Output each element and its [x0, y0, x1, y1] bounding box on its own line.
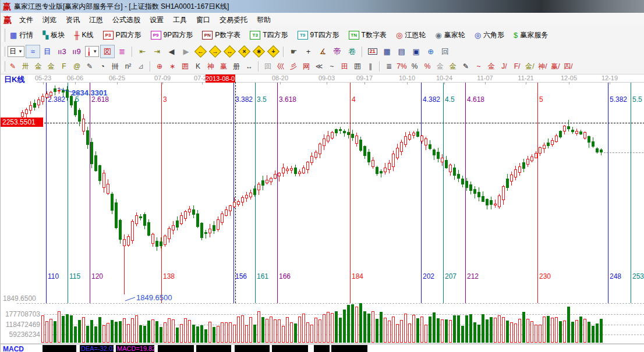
gann-fib-line[interactable] [421, 83, 422, 303]
shift-left-icon[interactable]: ← [194, 45, 207, 58]
tb1-p-square-button[interactable]: P3P四方形 [100, 29, 145, 41]
f-angle-tool[interactable]: F/ [511, 61, 523, 72]
gann-fib-line[interactable] [161, 83, 162, 303]
tb1-quotes-button[interactable]: ▦行情 [6, 29, 37, 41]
prev-bar-icon[interactable]: ◀ [165, 45, 178, 58]
tb1-p-number-table-button[interactable]: PNP数字表 [199, 29, 244, 41]
f-grid-tool[interactable]: F [58, 61, 70, 72]
calendar-icon[interactable]: 21 [366, 45, 379, 58]
spiral-tool[interactable]: @ [70, 61, 83, 72]
pen-tool[interactable]: ✎ [459, 61, 472, 72]
rays-tool[interactable]: 巛 [274, 61, 287, 72]
next-bar-icon[interactable]: ▶ [179, 45, 193, 58]
tb1-sectors-button[interactable]: ▚板块 [39, 29, 68, 41]
bars-3-icon[interactable]: ıı3 [55, 45, 69, 58]
cross-lines-icon[interactable]: + [267, 45, 280, 58]
volume-profile-icon[interactable]: ≣ [115, 45, 129, 58]
red-wave-tool[interactable]: ~ [472, 61, 485, 72]
percent-tool[interactable]: % [408, 61, 421, 72]
web-update-icon[interactable]: ⊕ [424, 45, 437, 58]
star-tool-icon[interactable]: ∗ [252, 45, 266, 58]
menu-help[interactable]: 帮助 [252, 14, 275, 26]
star-web-tool[interactable]: ∗ [166, 61, 179, 72]
gann-fib-line[interactable] [608, 83, 608, 303]
web-grid-tool[interactable]: 囲 [179, 61, 192, 72]
hand-tool-icon[interactable]: ☛ [287, 45, 300, 58]
gann-fib-line[interactable] [465, 83, 466, 303]
gann-fib-line[interactable] [443, 83, 444, 303]
zoom-horizontal-icon[interactable]: ↔ [223, 45, 236, 58]
clock-tool[interactable]: ◔ [96, 61, 109, 72]
remote-data-icon[interactable]: 回 [438, 45, 452, 58]
tb1-kline-button[interactable]: ╫K线 [70, 29, 97, 41]
angle-tool-icon[interactable]: ∡ [316, 45, 330, 58]
first-bar-icon[interactable]: ⇤ [136, 45, 149, 58]
gann-fib-line[interactable] [90, 83, 90, 303]
tb1-winner-wheel-button[interactable]: ◉赢家轮 [431, 29, 468, 41]
grid-a-tool[interactable]: 田 [338, 61, 351, 72]
high-annotation-label[interactable]: 2834.3301 [72, 88, 107, 97]
candle-style-selector[interactable]: ╽▼ [85, 46, 99, 57]
menu-gann[interactable]: 江恩 [84, 14, 108, 26]
notes-icon[interactable]: ▤ [395, 45, 408, 58]
j-angle-tool[interactable]: J/ [498, 61, 511, 72]
menu-news[interactable]: 资讯 [61, 14, 84, 26]
low-annotation-label[interactable]: 1849.6500 [136, 293, 172, 302]
comb-tool[interactable]: 卅 [19, 61, 32, 72]
gann-fib-line[interactable] [233, 83, 234, 303]
pencil-tool[interactable]: ✎ [83, 61, 96, 72]
tb1-winner-service-button[interactable]: $赢家服务 [510, 29, 551, 41]
knife-tool[interactable]: ✎ [6, 61, 19, 72]
crosshair-icon[interactable]: + [302, 45, 315, 58]
purple-tool-icon[interactable]: 帝 [331, 45, 344, 58]
gann-fib-line[interactable] [537, 83, 538, 303]
calculator-icon[interactable]: ▦ [380, 45, 394, 58]
tb1-t-square-button[interactable]: T3T四方形 [246, 29, 291, 41]
rays2-tool[interactable]: 彡 [287, 61, 300, 72]
menu-formula-picker[interactable]: 公式选股 [108, 14, 145, 26]
info-board-icon[interactable]: 目 [41, 45, 54, 58]
indicator-name-label[interactable]: MACD [3, 345, 24, 352]
box-grid-tool[interactable]: 回 [261, 61, 274, 72]
shen-tool[interactable]: 神 [204, 61, 217, 72]
percent-line-tool[interactable]: % [421, 61, 434, 72]
tb1-gann-wheel-button[interactable]: ◎江恩轮 [392, 29, 429, 41]
shift-right-icon[interactable]: → [208, 45, 222, 58]
gann-fib-line[interactable] [350, 83, 351, 303]
menu-trade[interactable]: 交易委托 [215, 14, 252, 26]
gold-angle-tool[interactable]: 金/ [523, 61, 536, 72]
shen-angle-tool[interactable]: 神/ [536, 61, 549, 72]
gann-grid-icon[interactable]: 図 [101, 45, 114, 58]
menu-window[interactable]: 窗口 [192, 14, 215, 26]
tb1-9p-square-button[interactable]: P99P四方形 [147, 29, 197, 41]
grid-123-tool[interactable]: 册 [230, 61, 243, 72]
n-square-tool[interactable]: n² [122, 61, 135, 72]
bars-9-icon[interactable]: ıı9 [70, 45, 83, 58]
wave-tool[interactable]: ~ [325, 61, 338, 72]
tally-tool[interactable]: 卌 [109, 61, 122, 72]
trend-chart-icon[interactable]: ≈ [26, 45, 40, 58]
ying-tool[interactable]: 赢 [217, 61, 230, 72]
menu-tools[interactable]: 工具 [168, 14, 192, 26]
tb1-hexagon-button[interactable]: ◎六角形 [471, 29, 508, 41]
period-selector[interactable]: 日▼ [8, 46, 24, 57]
menu-browse[interactable]: 浏览 [38, 14, 61, 26]
gold-line-tool[interactable]: 金 [447, 61, 459, 72]
gann-fib-line[interactable] [68, 83, 68, 303]
angle-ruler-tool[interactable]: ⊿ [135, 61, 147, 72]
parallel-tool[interactable]: ∥ [364, 61, 377, 72]
save-icon[interactable]: ▣ [409, 45, 423, 58]
scale-tool[interactable]: ≣ [383, 61, 395, 72]
si-angle-tool[interactable]: 四/ [562, 61, 575, 72]
ying-angle-tool[interactable]: 赢/ [549, 61, 562, 72]
menu-file[interactable]: 文件 [15, 14, 38, 26]
gold-grid2-tool[interactable]: 金 [45, 61, 58, 72]
menu-settings[interactable]: 设置 [145, 14, 168, 26]
close-lines-icon[interactable]: × [238, 45, 251, 58]
last-bar-icon[interactable]: ⇥ [150, 45, 164, 58]
gann-fib-line[interactable] [277, 83, 278, 303]
net-tool[interactable]: 网 [300, 61, 313, 72]
fan-tool[interactable]: ≪ [313, 61, 325, 72]
seven-percent-tool[interactable]: 7% [395, 61, 408, 72]
gold-red-tool[interactable]: 金 [485, 61, 498, 72]
